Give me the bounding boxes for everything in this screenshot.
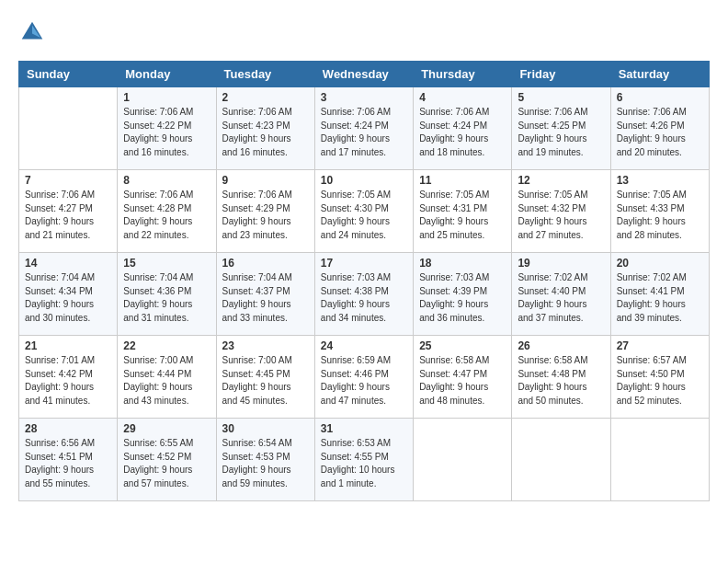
column-header-thursday: Thursday	[414, 62, 512, 87]
day-info: Sunrise: 7:04 AMSunset: 4:36 PMDaylight:…	[123, 271, 210, 325]
day-info: Sunrise: 7:02 AMSunset: 4:41 PMDaylight:…	[617, 271, 703, 325]
calendar-week-row: 7Sunrise: 7:06 AMSunset: 4:27 PMDaylight…	[19, 170, 710, 253]
day-info: Sunrise: 7:05 AMSunset: 4:32 PMDaylight:…	[518, 189, 604, 242]
day-number: 3	[321, 91, 407, 104]
day-info: Sunrise: 7:00 AMSunset: 4:44 PMDaylight:…	[123, 354, 210, 408]
day-number: 11	[419, 174, 506, 187]
calendar-cell: 25Sunrise: 6:58 AMSunset: 4:47 PMDayligh…	[414, 336, 512, 419]
day-number: 29	[123, 422, 210, 435]
day-info: Sunrise: 6:58 AMSunset: 4:48 PMDaylight:…	[518, 354, 604, 408]
day-info: Sunrise: 7:02 AMSunset: 4:40 PMDaylight:…	[518, 271, 604, 325]
day-number: 23	[222, 339, 309, 352]
day-info: Sunrise: 6:53 AMSunset: 4:55 PMDaylight:…	[321, 437, 407, 490]
day-number: 25	[419, 339, 506, 352]
day-number: 22	[123, 339, 210, 352]
day-number: 8	[123, 174, 210, 187]
calendar-cell: 1Sunrise: 7:06 AMSunset: 4:22 PMDaylight…	[118, 87, 216, 170]
day-number: 18	[419, 257, 506, 270]
day-number: 6	[617, 91, 703, 104]
day-number: 7	[25, 174, 111, 187]
calendar-cell	[19, 87, 118, 170]
calendar-cell: 19Sunrise: 7:02 AMSunset: 4:40 PMDayligh…	[512, 253, 610, 336]
day-number: 30	[222, 422, 309, 435]
calendar-cell: 3Sunrise: 7:06 AMSunset: 4:24 PMDaylight…	[314, 87, 413, 170]
day-number: 15	[123, 257, 210, 270]
calendar-cell: 12Sunrise: 7:05 AMSunset: 4:32 PMDayligh…	[512, 170, 610, 253]
day-info: Sunrise: 7:06 AMSunset: 4:27 PMDaylight:…	[25, 189, 111, 242]
column-header-friday: Friday	[512, 62, 610, 87]
calendar-cell	[414, 419, 512, 501]
calendar-cell: 10Sunrise: 7:05 AMSunset: 4:30 PMDayligh…	[314, 170, 413, 253]
calendar-cell: 18Sunrise: 7:03 AMSunset: 4:39 PMDayligh…	[414, 253, 512, 336]
calendar-cell: 21Sunrise: 7:01 AMSunset: 4:42 PMDayligh…	[19, 336, 118, 419]
calendar-cell: 24Sunrise: 6:59 AMSunset: 4:46 PMDayligh…	[314, 336, 413, 419]
day-info: Sunrise: 7:05 AMSunset: 4:31 PMDaylight:…	[419, 189, 506, 242]
column-header-saturday: Saturday	[610, 62, 709, 87]
page-header	[18, 18, 710, 46]
calendar-cell: 17Sunrise: 7:03 AMSunset: 4:38 PMDayligh…	[314, 253, 413, 336]
calendar-cell: 4Sunrise: 7:06 AMSunset: 4:24 PMDaylight…	[414, 87, 512, 170]
calendar-cell: 14Sunrise: 7:04 AMSunset: 4:34 PMDayligh…	[19, 253, 118, 336]
day-info: Sunrise: 7:05 AMSunset: 4:33 PMDaylight:…	[617, 189, 703, 242]
day-info: Sunrise: 7:06 AMSunset: 4:25 PMDaylight:…	[518, 106, 604, 159]
day-number: 13	[617, 174, 703, 187]
day-info: Sunrise: 7:06 AMSunset: 4:28 PMDaylight:…	[123, 189, 210, 242]
day-number: 27	[617, 339, 703, 352]
calendar-week-row: 14Sunrise: 7:04 AMSunset: 4:34 PMDayligh…	[19, 253, 710, 336]
day-number: 24	[321, 339, 407, 352]
calendar-cell: 23Sunrise: 7:00 AMSunset: 4:45 PMDayligh…	[216, 336, 314, 419]
calendar-cell: 7Sunrise: 7:06 AMSunset: 4:27 PMDaylight…	[19, 170, 118, 253]
day-info: Sunrise: 7:04 AMSunset: 4:37 PMDaylight:…	[222, 271, 309, 325]
day-info: Sunrise: 7:06 AMSunset: 4:24 PMDaylight:…	[419, 106, 506, 159]
calendar-cell: 29Sunrise: 6:55 AMSunset: 4:52 PMDayligh…	[118, 419, 216, 501]
day-info: Sunrise: 7:06 AMSunset: 4:22 PMDaylight:…	[123, 106, 210, 159]
calendar-cell: 28Sunrise: 6:56 AMSunset: 4:51 PMDayligh…	[19, 419, 118, 501]
calendar-cell: 16Sunrise: 7:04 AMSunset: 4:37 PMDayligh…	[216, 253, 314, 336]
day-info: Sunrise: 7:03 AMSunset: 4:39 PMDaylight:…	[419, 271, 506, 325]
day-info: Sunrise: 6:56 AMSunset: 4:51 PMDaylight:…	[25, 437, 111, 490]
calendar-cell	[610, 419, 709, 501]
day-info: Sunrise: 7:05 AMSunset: 4:30 PMDaylight:…	[321, 189, 407, 242]
calendar-cell: 2Sunrise: 7:06 AMSunset: 4:23 PMDaylight…	[216, 87, 314, 170]
calendar-cell: 27Sunrise: 6:57 AMSunset: 4:50 PMDayligh…	[610, 336, 709, 419]
calendar-week-row: 28Sunrise: 6:56 AMSunset: 4:51 PMDayligh…	[19, 419, 710, 501]
day-number: 19	[518, 257, 604, 270]
day-info: Sunrise: 7:06 AMSunset: 4:26 PMDaylight:…	[617, 106, 703, 159]
day-number: 10	[321, 174, 407, 187]
day-number: 9	[222, 174, 309, 187]
column-header-wednesday: Wednesday	[314, 62, 413, 87]
day-info: Sunrise: 6:58 AMSunset: 4:47 PMDaylight:…	[419, 354, 506, 408]
calendar-table: SundayMondayTuesdayWednesdayThursdayFrid…	[18, 61, 710, 501]
calendar-cell: 20Sunrise: 7:02 AMSunset: 4:41 PMDayligh…	[610, 253, 709, 336]
day-info: Sunrise: 7:06 AMSunset: 4:23 PMDaylight:…	[222, 106, 309, 159]
day-number: 2	[222, 91, 309, 104]
calendar-cell: 31Sunrise: 6:53 AMSunset: 4:55 PMDayligh…	[314, 419, 413, 501]
calendar-cell: 15Sunrise: 7:04 AMSunset: 4:36 PMDayligh…	[118, 253, 216, 336]
day-info: Sunrise: 6:54 AMSunset: 4:53 PMDaylight:…	[222, 437, 309, 490]
calendar-cell: 26Sunrise: 6:58 AMSunset: 4:48 PMDayligh…	[512, 336, 610, 419]
column-header-monday: Monday	[118, 62, 216, 87]
day-number: 17	[321, 257, 407, 270]
calendar-cell: 8Sunrise: 7:06 AMSunset: 4:28 PMDaylight…	[118, 170, 216, 253]
day-number: 12	[518, 174, 604, 187]
day-number: 26	[518, 339, 604, 352]
calendar-cell: 6Sunrise: 7:06 AMSunset: 4:26 PMDaylight…	[610, 87, 709, 170]
day-info: Sunrise: 7:00 AMSunset: 4:45 PMDaylight:…	[222, 354, 309, 408]
day-number: 20	[617, 257, 703, 270]
day-info: Sunrise: 7:06 AMSunset: 4:29 PMDaylight:…	[222, 189, 309, 242]
logo-icon	[18, 18, 46, 46]
day-number: 28	[25, 422, 111, 435]
day-info: Sunrise: 6:55 AMSunset: 4:52 PMDaylight:…	[123, 437, 210, 490]
day-info: Sunrise: 6:57 AMSunset: 4:50 PMDaylight:…	[617, 354, 703, 408]
column-header-tuesday: Tuesday	[216, 62, 314, 87]
day-number: 4	[419, 91, 506, 104]
calendar-cell: 5Sunrise: 7:06 AMSunset: 4:25 PMDaylight…	[512, 87, 610, 170]
day-info: Sunrise: 7:04 AMSunset: 4:34 PMDaylight:…	[25, 271, 111, 325]
calendar-cell: 11Sunrise: 7:05 AMSunset: 4:31 PMDayligh…	[414, 170, 512, 253]
day-number: 14	[25, 257, 111, 270]
day-number: 31	[321, 422, 407, 435]
calendar-cell: 9Sunrise: 7:06 AMSunset: 4:29 PMDaylight…	[216, 170, 314, 253]
calendar-cell: 30Sunrise: 6:54 AMSunset: 4:53 PMDayligh…	[216, 419, 314, 501]
day-number: 21	[25, 339, 111, 352]
day-number: 1	[123, 91, 210, 104]
